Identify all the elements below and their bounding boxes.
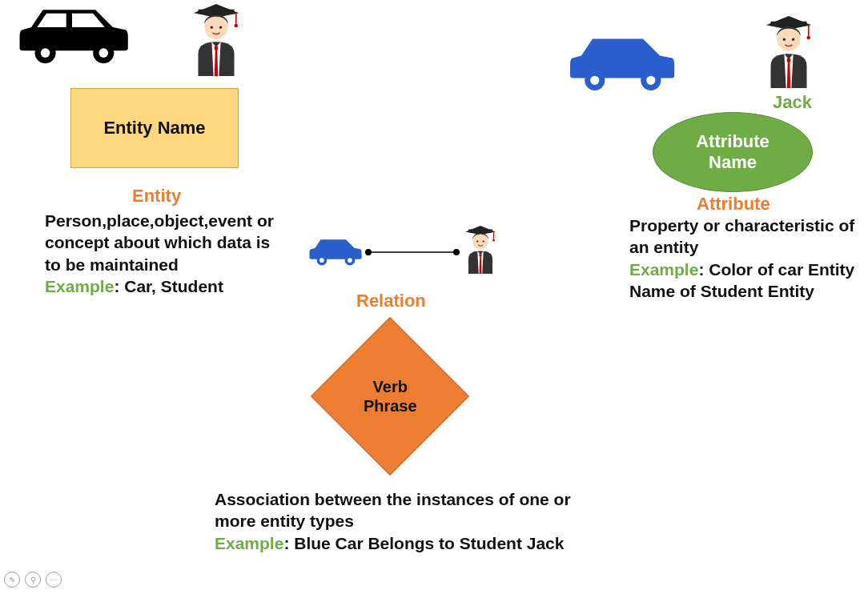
svg-point-34 (807, 36, 811, 40)
toolbar: ✎ ⚲ ⋯ (4, 572, 62, 588)
svg-point-23 (472, 234, 488, 250)
entity-shape: Entity Name (70, 88, 239, 168)
entity-title: Entity (132, 186, 181, 207)
entity-description: Person,place,object,event or concept abo… (45, 210, 285, 297)
svg-rect-26 (480, 254, 482, 256)
relation-description: Association between the instances of one… (215, 488, 615, 554)
svg-rect-38 (787, 58, 791, 62)
svg-point-10 (219, 26, 222, 29)
svg-point-36 (783, 38, 786, 41)
svg-point-13 (319, 258, 324, 263)
svg-point-22 (492, 239, 495, 242)
relation-shape-label2: Phrase (364, 397, 417, 415)
svg-point-8 (204, 16, 227, 39)
svg-point-35 (777, 28, 800, 51)
svg-point-28 (590, 76, 599, 85)
attribute-description: Property or characteristic of an entity … (629, 215, 862, 302)
svg-point-15 (348, 258, 352, 263)
svg-point-1 (41, 48, 50, 58)
svg-point-7 (235, 24, 239, 28)
svg-point-3 (98, 48, 108, 58)
student-icon (188, 4, 244, 76)
zoom-icon[interactable]: ⚲ (25, 572, 41, 588)
more-icon[interactable]: ⋯ (46, 572, 62, 588)
svg-point-25 (483, 240, 484, 242)
svg-point-37 (792, 38, 794, 41)
relation-line (364, 244, 460, 260)
car-black-icon (12, 4, 132, 68)
svg-point-9 (211, 26, 213, 29)
svg-rect-11 (215, 46, 219, 50)
student-small-icon (460, 226, 500, 274)
attribute-shape: Attribute Name (653, 112, 813, 192)
student-icon-2 (761, 16, 817, 88)
relation-shape-label1: Verb (372, 378, 407, 395)
relation-title: Relation (356, 291, 426, 311)
svg-point-30 (646, 76, 655, 85)
student-name-label: Jack (773, 92, 812, 113)
car-blue-icon (565, 32, 677, 96)
svg-point-17 (365, 249, 372, 255)
relation-shape: Verb Phrase (310, 316, 470, 476)
svg-point-24 (476, 240, 478, 242)
car-blue-small-icon (307, 236, 363, 268)
svg-point-18 (453, 249, 460, 255)
attribute-shape-label1: Attribute (696, 131, 770, 151)
attribute-title: Attribute (697, 194, 770, 215)
entity-shape-label: Entity Name (103, 118, 205, 138)
attribute-shape-label2: Name (709, 152, 757, 172)
pen-tool-icon[interactable]: ✎ (4, 572, 20, 588)
